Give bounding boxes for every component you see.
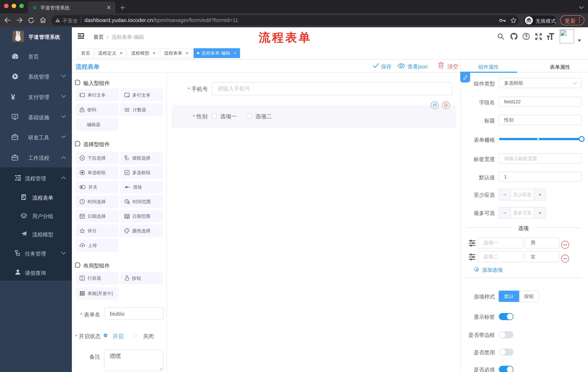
svg-text:123: 123 <box>125 107 129 111</box>
